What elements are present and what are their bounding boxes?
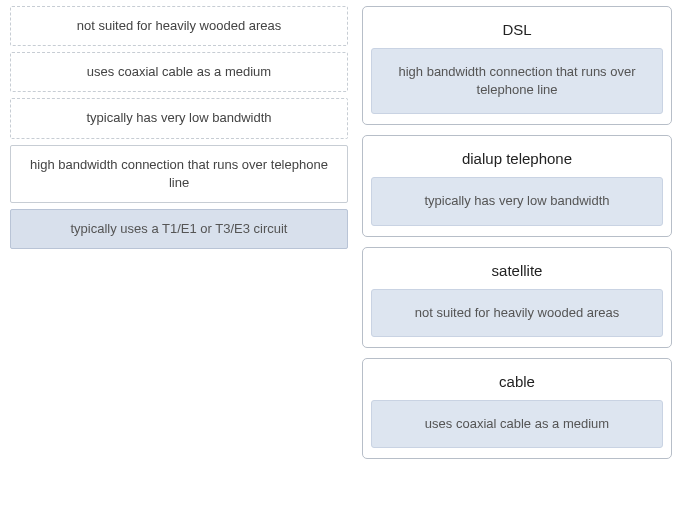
target-title: dialup telephone bbox=[371, 144, 663, 177]
source-list: not suited for heavily wooded areas uses… bbox=[10, 6, 348, 459]
target-title: satellite bbox=[371, 256, 663, 289]
drop-target-satellite[interactable]: satellite not suited for heavily wooded … bbox=[362, 247, 672, 348]
source-item[interactable]: high bandwidth connection that runs over… bbox=[10, 145, 348, 203]
dropped-answer[interactable]: high bandwidth connection that runs over… bbox=[371, 48, 663, 114]
source-item-dragging[interactable]: typically uses a T1/E1 or T3/E3 circuit bbox=[10, 209, 348, 249]
target-title: DSL bbox=[371, 15, 663, 48]
drop-target-dsl[interactable]: DSL high bandwidth connection that runs … bbox=[362, 6, 672, 125]
drop-target-cable[interactable]: cable uses coaxial cable as a medium bbox=[362, 358, 672, 459]
drop-target-dialup[interactable]: dialup telephone typically has very low … bbox=[362, 135, 672, 236]
dropped-answer[interactable]: not suited for heavily wooded areas bbox=[371, 289, 663, 337]
target-title: cable bbox=[371, 367, 663, 400]
source-item[interactable]: typically has very low bandwidth bbox=[10, 98, 348, 138]
dropped-answer[interactable]: typically has very low bandwidth bbox=[371, 177, 663, 225]
target-list: DSL high bandwidth connection that runs … bbox=[362, 6, 672, 459]
dropped-answer[interactable]: uses coaxial cable as a medium bbox=[371, 400, 663, 448]
source-item[interactable]: uses coaxial cable as a medium bbox=[10, 52, 348, 92]
matching-exercise: not suited for heavily wooded areas uses… bbox=[10, 6, 690, 459]
source-item[interactable]: not suited for heavily wooded areas bbox=[10, 6, 348, 46]
